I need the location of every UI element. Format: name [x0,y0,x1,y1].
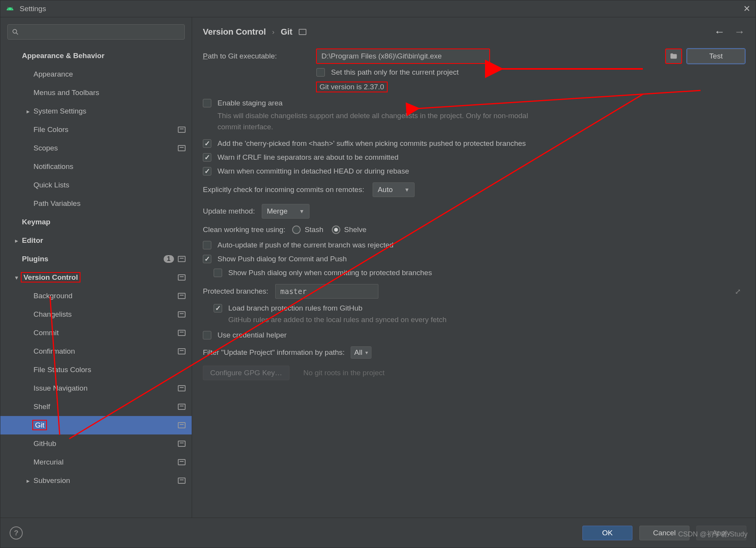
stash-radio[interactable] [292,226,301,234]
sidebar-item-menus-and-toolbars[interactable]: Menus and Toolbars [0,84,192,102]
up-down-icon: ▾ [365,349,368,356]
show-push-checkbox[interactable] [203,255,211,263]
project-level-icon [178,348,186,354]
load-branch-protection-label: Load branch protection rules from GitHub [228,304,363,312]
ok-button[interactable]: OK [582,526,632,540]
project-level-icon [178,127,186,133]
sidebar-item-label: Background [33,292,178,300]
sidebar-item-changelists[interactable]: Changelists [0,305,192,324]
stash-label: Stash [304,226,323,234]
set-path-project-checkbox[interactable] [316,68,325,77]
update-method-select[interactable]: Merge ▼ [262,204,309,219]
search-icon [12,28,19,36]
shelve-radio[interactable] [332,226,340,234]
show-push-protected-label: Show Push dialog only when committing to… [228,269,432,277]
path-label: Path to Git executable: [203,52,316,60]
sidebar-item-label: Mercurial [33,458,178,466]
use-credential-label: Use credential helper [217,331,287,339]
search-input[interactable] [7,24,185,40]
explicit-check-label: Explicitly check for incoming commits on… [203,185,364,194]
load-branch-protection-checkbox[interactable] [214,304,222,312]
protected-branches-input[interactable] [275,284,378,299]
sidebar-item-git[interactable]: Git [0,416,192,434]
sidebar-item-editor[interactable]: ▸Editor [0,231,192,250]
sidebar-item-file-status-colors[interactable]: File Status Colors [0,361,192,379]
sidebar-item-label: Appearance & Behavior [22,52,186,60]
enable-staging-checkbox[interactable] [203,99,211,107]
load-branch-hint: GitHub rules are added to the local rule… [228,316,447,324]
test-button[interactable]: Test [687,49,745,63]
updates-badge: 1 [164,255,174,263]
sidebar-item-keymap[interactable]: Keymap [0,213,192,231]
browse-button[interactable] [666,49,682,63]
sidebar-item-path-variables[interactable]: Path Variables [0,194,192,213]
enable-staging-hint: This will disable changelists support an… [217,110,542,132]
sidebar-item-scopes[interactable]: Scopes [0,139,192,157]
svg-line-1 [16,33,18,35]
project-level-icon [178,385,186,391]
window-title: Settings [20,5,743,13]
project-level-icon [178,274,186,281]
sidebar-item-label: Quick Lists [33,181,186,189]
warn-crlf-checkbox[interactable] [203,153,211,162]
sidebar-item-label: Notifications [33,162,186,171]
svg-point-0 [13,29,17,33]
shelve-label: Shelve [344,226,366,234]
sidebar-item-github[interactable]: GitHub [0,434,192,453]
sidebar-item-appearance[interactable]: Appearance [0,65,192,84]
sidebar-item-label: Subversion [33,476,178,485]
help-button[interactable]: ? [10,526,23,540]
sidebar-item-commit[interactable]: Commit [0,324,192,342]
chevron-down-icon: ▼ [299,208,304,214]
android-icon [6,5,14,13]
git-settings-form: Path to Git executable: Test Set this pa… [192,45,756,518]
git-path-input[interactable] [316,49,490,63]
sidebar-item-plugins[interactable]: Plugins1 [0,250,192,268]
nav-back-icon[interactable]: ← [714,26,725,38]
cherry-pick-checkbox[interactable] [203,139,211,148]
settings-tree: Appearance & BehaviorAppearanceMenus and… [0,45,192,518]
sidebar-item-label: Editor [22,236,186,245]
sidebar-item-background[interactable]: Background [0,287,192,305]
sidebar-item-label: File Status Colors [33,366,186,374]
project-level-icon [178,441,186,447]
sidebar-item-version-control[interactable]: ▾Version Control [0,268,192,287]
sidebar-item-file-colors[interactable]: File Colors [0,120,192,139]
sidebar-item-quick-lists[interactable]: Quick Lists [0,176,192,194]
sidebar-item-label: Keymap [22,218,186,226]
dialog-footer: ? OK Cancel Apply [0,518,756,548]
close-icon[interactable]: ✕ [743,4,750,14]
nav-forward-icon: → [734,26,745,38]
configure-gpg-button[interactable]: Configure GPG Key… [203,366,289,380]
sidebar: Appearance & BehaviorAppearanceMenus and… [0,17,192,518]
sidebar-item-confirmation[interactable]: Confirmation [0,342,192,361]
filter-update-select[interactable]: All ▾ [351,346,371,359]
warn-detached-label: Warn when committing in detached HEAD or… [217,167,409,175]
auto-update-checkbox[interactable] [203,241,211,249]
warn-detached-checkbox[interactable] [203,167,211,175]
sidebar-item-issue-navigation[interactable]: Issue Navigation [0,379,192,398]
sidebar-item-appearance-behavior[interactable]: Appearance & Behavior [0,47,192,65]
show-push-protected-checkbox[interactable] [214,269,222,277]
chevron-icon: ▾ [11,274,22,281]
chevron-icon: ▸ [23,477,33,485]
sidebar-item-shelf[interactable]: Shelf [0,398,192,416]
project-level-icon [178,478,186,484]
titlebar: Settings ✕ [0,0,756,17]
chevron-right-icon: › [272,28,274,36]
sidebar-item-system-settings[interactable]: ▸System Settings [0,102,192,120]
project-level-icon [178,459,186,465]
breadcrumb-sub: Git [281,27,293,37]
use-credential-checkbox[interactable] [203,331,211,339]
sidebar-item-subversion[interactable]: ▸Subversion [0,471,192,490]
enable-staging-label: Enable staging area [217,99,283,107]
explicit-check-select[interactable]: Auto ▼ [373,182,415,197]
breadcrumb: Version Control › Git ← → [192,17,756,45]
cherry-pick-label: Add the 'cherry-picked from <hash>' suff… [217,139,526,148]
sidebar-item-label: Menus and Toolbars [33,89,186,97]
watermark: CSDN @初学者-Study [678,530,748,539]
sidebar-item-mercurial[interactable]: Mercurial [0,453,192,471]
sidebar-item-label: File Colors [33,125,178,134]
expand-icon[interactable]: ⤢ [735,287,741,296]
sidebar-item-notifications[interactable]: Notifications [0,157,192,176]
